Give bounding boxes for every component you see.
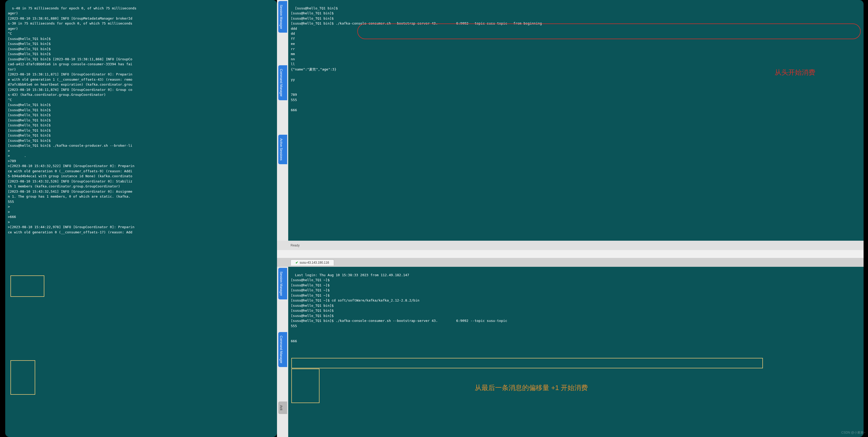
annotation-from-beginning: 从头开始消费 bbox=[775, 68, 815, 77]
session-manager-tab-bottom[interactable]: Session Manager bbox=[278, 268, 287, 299]
vertical-tab-strip-top: Session Manager Command Manager Active S… bbox=[277, 0, 288, 241]
left-terminal-pane[interactable]: s-48 in 75 milliseconds for epoch 0, of … bbox=[5, 0, 277, 437]
watermark: CSDN @小素素~ bbox=[841, 431, 865, 435]
tab-label: susu-43.143.190.116 bbox=[300, 261, 329, 264]
yellow-box-left-input-1 bbox=[10, 275, 44, 297]
command-manager-tab-bottom[interactable]: Command Manager bbox=[278, 332, 287, 367]
session-manager-tab[interactable]: Session Manager bbox=[278, 1, 287, 33]
right-top-terminal-content: [susu@hello_TQ1 bin]$ [susu@hello_TQ1 bi… bbox=[291, 6, 542, 112]
yellow-box-left-555-666 bbox=[10, 360, 35, 395]
yellow-box-right-555-666 bbox=[291, 369, 319, 403]
active-sessions-tab[interactable]: Active Sessions bbox=[278, 135, 287, 164]
yellow-box-consumer-command bbox=[291, 358, 763, 368]
red-outline-top-command bbox=[357, 24, 861, 39]
tab-susu-host[interactable]: ✔ susu-43.143.190.116 bbox=[290, 260, 334, 265]
acti-tab-bottom[interactable]: Acti bbox=[278, 402, 287, 414]
command-manager-tab[interactable]: Command Manager bbox=[278, 65, 287, 100]
tab-bar: ✔ susu-43.143.190.116 bbox=[277, 258, 864, 267]
right-bottom-terminal-pane[interactable]: Last login: Thu Aug 10 15:38:33 2023 fro… bbox=[288, 267, 864, 437]
left-terminal-content: s-48 in 75 milliseconds for epoch 0, of … bbox=[8, 6, 136, 234]
vertical-tab-strip-bottom: Session Manager Command Manager Acti bbox=[277, 267, 288, 437]
gap-strip bbox=[277, 250, 864, 258]
status-text: Ready bbox=[290, 243, 300, 247]
right-bottom-terminal-content: Last login: Thu Aug 10 15:38:33 2023 fro… bbox=[291, 273, 507, 343]
annotation-from-offset: 从最后一条消息的偏移量 +1 开始消费 bbox=[475, 383, 588, 392]
check-icon: ✔ bbox=[296, 261, 298, 264]
status-bar: Ready bbox=[277, 241, 864, 250]
